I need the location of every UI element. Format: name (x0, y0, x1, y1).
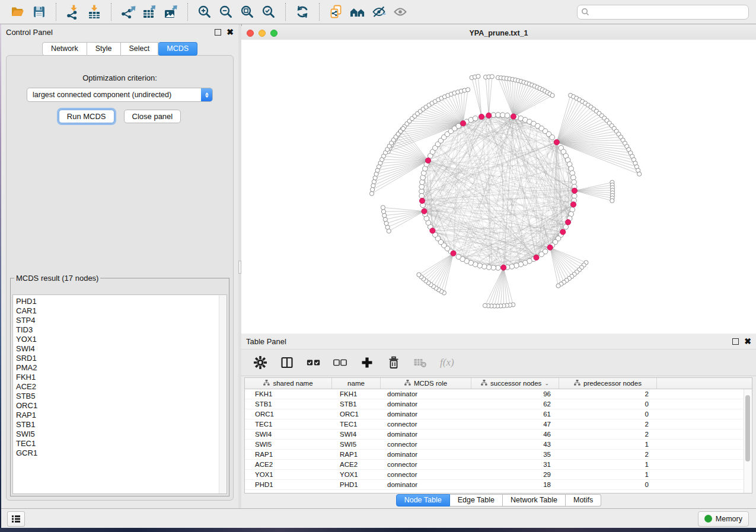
table-cell[interactable]: 18 (471, 481, 559, 488)
table-settings-icon[interactable] (253, 355, 267, 370)
mcds-result-item[interactable]: ACE2 (16, 382, 219, 392)
mcds-result-item[interactable]: RAP1 (16, 411, 219, 420)
export-image-icon[interactable] (160, 2, 181, 22)
show-graphics-icon[interactable] (390, 2, 411, 22)
mcds-result-item[interactable]: TID3 (16, 325, 219, 335)
table-cell[interactable]: 1 (559, 461, 657, 468)
table-cell[interactable]: YOX1 (332, 471, 381, 478)
table-scrollbar[interactable] (744, 389, 752, 493)
table-cell[interactable]: 2 (559, 421, 657, 428)
table-cell[interactable]: STB1 (245, 400, 332, 408)
mcds-result-item[interactable]: STB1 (16, 420, 219, 430)
tab-select[interactable]: Select (121, 42, 159, 56)
table-cell[interactable]: 47 (471, 421, 559, 428)
table-cell[interactable]: SWI4 (332, 431, 381, 438)
table-row[interactable]: RAP1RAP1dominator352 (245, 450, 752, 460)
memory-button[interactable]: Memory (698, 511, 749, 527)
tab-mcds[interactable]: MCDS (158, 42, 197, 56)
column-header-predecessor-nodes[interactable]: predecessor nodes (559, 378, 657, 389)
table-cell[interactable]: 1 (559, 441, 657, 448)
mcds-result-item[interactable]: GCR1 (16, 448, 219, 458)
table-row[interactable]: PHD1PHD1dominator180 (245, 480, 752, 490)
table-cell[interactable]: 2 (559, 451, 657, 458)
table-cell[interactable]: 2 (559, 431, 657, 438)
import-network-icon[interactable] (62, 2, 84, 22)
tab-network-table[interactable]: Network Table (503, 494, 566, 507)
mcds-result-item[interactable]: FKH1 (16, 373, 219, 382)
task-history-button[interactable] (7, 511, 25, 527)
table-scrollbar-thumb[interactable] (745, 395, 750, 462)
table-cell[interactable]: ACE2 (332, 461, 381, 468)
table-cell[interactable]: 0 (559, 411, 657, 418)
mcds-result-item[interactable]: PMA2 (16, 363, 219, 373)
table-cell[interactable]: RAP1 (245, 451, 332, 458)
table-cell[interactable]: 35 (471, 451, 559, 458)
table-cell[interactable]: PHD1 (332, 481, 381, 488)
deselect-all-icon[interactable] (333, 355, 347, 370)
hide-graphics-icon[interactable] (368, 2, 390, 22)
refresh-layout-icon[interactable] (292, 2, 313, 22)
select-all-icon[interactable] (307, 355, 321, 370)
save-session-icon[interactable] (28, 2, 50, 22)
mcds-result-list[interactable]: PHD1CAR1STP4TID3YOX1SWI4SRD1PMA2FKH1ACE2… (13, 295, 219, 493)
table-cell[interactable]: connector (381, 461, 471, 468)
sort-chevron-icon[interactable]: ⌄ (544, 380, 549, 386)
mcds-result-item[interactable]: SRD1 (16, 354, 219, 363)
table-cell[interactable]: dominator (381, 431, 471, 438)
table-cell[interactable]: SWI4 (245, 431, 332, 438)
table-row[interactable]: TEC1TEC1connector472 (245, 419, 752, 430)
search-input[interactable] (589, 7, 745, 17)
table-cell[interactable]: ORC1 (332, 411, 381, 418)
table-cell[interactable]: PHD1 (245, 481, 332, 488)
zoom-selected-icon[interactable] (258, 2, 279, 22)
close-panel-icon[interactable]: ✖ (227, 28, 234, 36)
table-cell[interactable]: 0 (559, 400, 657, 408)
open-file-icon[interactable] (7, 2, 28, 22)
tab-style[interactable]: Style (87, 42, 121, 56)
mcds-result-item[interactable]: YOX1 (16, 335, 219, 344)
home-views-icon[interactable] (347, 2, 368, 22)
table-row[interactable]: STB1STB1dominator620 (245, 399, 752, 409)
criterion-select[interactable]: largest connected component (undirected) (27, 88, 213, 102)
column-header-MCDS-role[interactable]: MCDS role (381, 378, 471, 389)
export-network-icon[interactable] (117, 2, 139, 22)
table-row[interactable]: ACE2ACE2connector311 (245, 460, 752, 470)
mcds-result-item[interactable]: TEC1 (16, 439, 219, 448)
table-row[interactable]: FKH1FKH1dominator962 (245, 389, 752, 399)
mcds-result-item[interactable]: SWI5 (16, 430, 219, 439)
table-cell[interactable]: 96 (471, 390, 559, 398)
network-canvas[interactable] (241, 40, 756, 334)
table-cell[interactable]: ACE2 (245, 461, 332, 468)
table-cell[interactable]: 29 (471, 471, 559, 478)
table-cell[interactable]: dominator (381, 400, 471, 408)
export-table-icon[interactable] (139, 2, 160, 22)
table-cell[interactable]: 1 (559, 471, 657, 478)
run-mcds-button[interactable]: Run MCDS (59, 110, 114, 123)
table-cell[interactable]: 46 (471, 431, 559, 438)
table-cell[interactable]: RAP1 (332, 451, 381, 458)
table-cell[interactable]: 31 (471, 461, 559, 468)
table-cell[interactable]: connector (381, 471, 471, 478)
column-header-shared-name[interactable]: shared name (245, 378, 332, 389)
table-cell[interactable]: FKH1 (245, 390, 332, 398)
mcds-list-scrollbar[interactable] (219, 295, 227, 493)
close-table-panel-icon[interactable]: ✖ (744, 337, 751, 345)
copy-network-icon[interactable] (326, 2, 347, 22)
table-cell[interactable]: 43 (471, 441, 559, 448)
table-cell[interactable]: connector (381, 421, 471, 428)
table-cell[interactable]: connector (381, 441, 471, 448)
table-row[interactable]: SWI4SWI4dominator462 (245, 430, 752, 440)
zoom-fit-icon[interactable] (237, 2, 258, 22)
table-cell[interactable]: 61 (471, 411, 559, 418)
mcds-result-item[interactable]: ORC1 (16, 401, 219, 411)
mcds-result-item[interactable]: STB5 (16, 392, 219, 401)
tab-motifs[interactable]: Motifs (566, 494, 601, 507)
table-cell[interactable]: dominator (381, 411, 471, 418)
float-panel-icon[interactable] (215, 29, 221, 36)
table-cell[interactable]: 0 (559, 481, 657, 488)
mcds-result-item[interactable]: CAR1 (16, 306, 219, 316)
function-builder-icon[interactable]: f(x) (440, 357, 454, 368)
table-cell[interactable]: SWI5 (332, 441, 381, 448)
toolbar-search[interactable] (577, 5, 749, 20)
table-row[interactable]: SWI5SWI5connector431 (245, 440, 752, 450)
